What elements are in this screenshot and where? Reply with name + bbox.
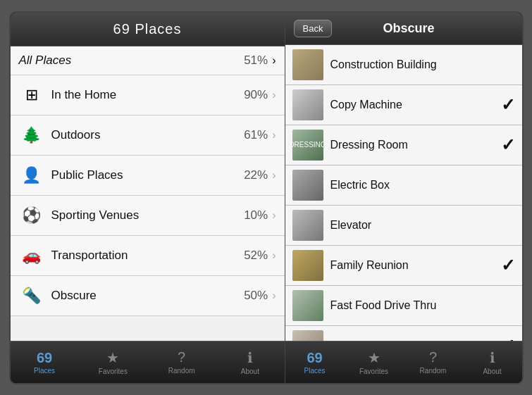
all-places-row[interactable]: All Places 51% › [11, 46, 285, 75]
thumb-dressing: DRESSING [292, 130, 323, 161]
copy-machine-label: Copy Machine [330, 99, 497, 111]
right-list: Construction Building Copy Machine ✓ DRE… [285, 45, 522, 341]
right-item-electric-box[interactable]: Electric Box [285, 165, 522, 206]
right-header-title: Obscure [339, 21, 478, 36]
left-favorites-icon: ★ [106, 349, 119, 366]
right-item-copy-machine[interactable]: Copy Machine ✓ [285, 85, 522, 125]
right-tab-favorites[interactable]: ★ Favorites [345, 341, 404, 383]
right-random-icon: ? [429, 349, 437, 365]
left-tab-random[interactable]: ? Random [147, 341, 216, 383]
public-places-percent: 22% [244, 168, 268, 182]
sporting-venues-label: Sporting Venues [51, 208, 245, 222]
right-tab-about-label: About [483, 368, 501, 375]
right-item-dressing-room[interactable]: DRESSING Dressing Room ✓ [285, 125, 522, 165]
screen-wrapper: 69 Places All Places 51% › ⊞ In the Home… [9, 11, 524, 384]
right-tab-random-label: Random [420, 367, 447, 375]
left-header: 69 Places [11, 13, 285, 46]
left-random-icon: ? [178, 349, 185, 365]
in-home-icon: ⊞ [19, 82, 44, 108]
dressing-room-label: Dressing Room [330, 139, 497, 151]
list-item[interactable]: 👤 Public Places 22% › [11, 156, 285, 196]
left-tab-about-label: About [241, 368, 259, 375]
public-places-label: Public Places [51, 168, 245, 182]
right-panel: Back Obscure Construction Building Copy … [285, 13, 522, 383]
in-home-percent: 90% [244, 88, 268, 102]
family-reunion-check: ✓ [501, 256, 515, 275]
left-tab-places-label: Places [34, 367, 55, 375]
transportation-label: Transportation [51, 249, 245, 263]
obscure-chevron: › [272, 289, 276, 302]
left-tab-bar: 69 Places ★ Favorites ? Random ℹ About [11, 341, 285, 383]
right-header: Back Obscure [285, 13, 522, 45]
obscure-percent: 50% [244, 289, 268, 303]
transportation-percent: 52% [244, 249, 268, 263]
left-title: 69 Places [19, 21, 276, 37]
construction-building-label: Construction Building [330, 58, 515, 71]
sporting-venues-icon: ⚽ [19, 203, 44, 228]
outdoors-percent: 61% [244, 128, 268, 142]
list-item[interactable]: 🚗 Transportation 52% › [11, 236, 285, 276]
transportation-icon: 🚗 [19, 243, 44, 268]
left-tab-places-number: 69 [37, 350, 52, 366]
thumb-mansion [292, 330, 323, 341]
outdoors-label: Outdoors [51, 128, 245, 142]
list-item-obscure[interactable]: 🔦 Obscure 50% › [11, 276, 285, 316]
right-tab-about[interactable]: ℹ About [463, 341, 522, 383]
left-tab-random-label: Random [168, 367, 195, 375]
right-tab-favorites-label: Favorites [359, 368, 388, 375]
left-about-icon: ℹ [247, 349, 253, 366]
right-tab-bar: 69 Places ★ Favorites ? Random ℹ About [285, 341, 522, 383]
fast-food-label: Fast Food Drive Thru [330, 299, 515, 312]
back-button[interactable]: Back [294, 20, 333, 37]
right-tab-places-number: 69 [307, 350, 322, 366]
elevator-label: Elevator [330, 219, 515, 232]
right-item-elevator[interactable]: Elevator [285, 206, 522, 246]
mansion-check: ✓ [501, 336, 515, 341]
obscure-label: Obscure [51, 289, 245, 303]
obscure-icon: 🔦 [19, 283, 44, 308]
all-places-percent: 51% [244, 54, 268, 68]
left-tab-favorites-label: Favorites [99, 368, 128, 375]
public-places-chevron: › [272, 169, 276, 182]
list-item[interactable]: 🌲 Outdoors 61% › [11, 115, 285, 156]
in-home-chevron: › [272, 89, 276, 101]
right-item-family-reunion[interactable]: Family Reunion ✓ [285, 246, 522, 286]
left-tab-about[interactable]: ℹ About [216, 341, 284, 383]
thumb-construction [292, 49, 323, 80]
dressing-room-check: ✓ [501, 135, 515, 155]
left-panel: 69 Places All Places 51% › ⊞ In the Home… [11, 13, 285, 383]
list-item[interactable]: ⊞ In the Home 90% › [11, 75, 285, 115]
all-places-label: All Places [19, 54, 245, 68]
right-about-icon: ℹ [490, 349, 495, 366]
thumb-family [292, 250, 323, 281]
family-reunion-label: Family Reunion [330, 259, 497, 272]
public-places-icon: 👤 [19, 163, 44, 188]
copy-machine-check: ✓ [501, 95, 515, 115]
right-item-mansion[interactable]: Mansion ✓ [285, 326, 522, 341]
right-item-construction[interactable]: Construction Building [285, 45, 522, 85]
outdoors-icon: 🌲 [19, 123, 44, 148]
right-tab-places-label: Places [304, 367, 325, 375]
transportation-chevron: › [272, 249, 276, 262]
thumb-elevator [292, 210, 323, 241]
all-places-chevron: › [272, 54, 276, 67]
left-list: All Places 51% › ⊞ In the Home 90% › 🌲 O… [11, 46, 285, 341]
sporting-venues-percent: 10% [244, 208, 268, 222]
electric-box-label: Electric Box [330, 179, 515, 192]
sporting-venues-chevron: › [272, 209, 276, 222]
left-tab-places[interactable]: 69 Places [11, 341, 79, 383]
left-tab-favorites[interactable]: ★ Favorites [79, 341, 147, 383]
right-tab-random[interactable]: ? Random [404, 341, 463, 383]
thumb-fastfood [292, 290, 323, 321]
thumb-copy [292, 89, 323, 120]
right-item-fast-food[interactable]: Fast Food Drive Thru [285, 286, 522, 326]
right-favorites-icon: ★ [368, 349, 381, 366]
in-home-label: In the Home [51, 88, 245, 102]
right-tab-places[interactable]: 69 Places [285, 341, 345, 383]
thumb-electric [292, 170, 323, 201]
list-item[interactable]: ⚽ Sporting Venues 10% › [11, 196, 285, 236]
outdoors-chevron: › [272, 129, 276, 142]
